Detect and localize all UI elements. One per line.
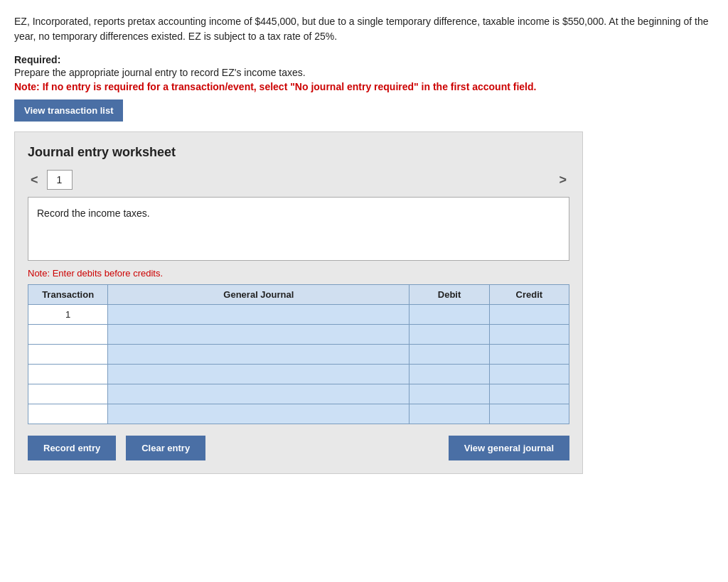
transaction-cell: 1 (28, 305, 108, 325)
required-instruction: Prepare the appropriate journal entry to… (14, 67, 714, 78)
description-box: Record the income taxes. (28, 197, 569, 261)
general-journal-cell[interactable] (108, 404, 410, 424)
page-number: 1 (47, 170, 73, 190)
buttons-row: Record entry Clear entry View general jo… (28, 436, 569, 460)
credit-cell[interactable] (489, 384, 569, 404)
general-journal-input[interactable] (108, 384, 409, 404)
transaction-cell (28, 345, 108, 365)
view-general-journal-button[interactable]: View general journal (449, 436, 569, 460)
table-row: 1 (28, 305, 569, 325)
debit-input[interactable] (410, 305, 488, 324)
note-debits: Note: Enter debits before credits. (28, 268, 569, 279)
general-journal-input[interactable] (108, 345, 409, 364)
general-journal-input[interactable] (108, 365, 409, 384)
credit-input[interactable] (490, 325, 569, 344)
debit-cell[interactable] (410, 384, 489, 404)
intro-text: EZ, Incorporated, reports pretax account… (14, 14, 714, 44)
general-journal-input[interactable] (108, 325, 409, 344)
general-journal-cell[interactable] (108, 345, 410, 365)
table-row (28, 325, 569, 345)
worksheet-container: Journal entry worksheet < 1 > Record the… (14, 131, 583, 474)
credit-cell[interactable] (489, 305, 569, 325)
debit-input[interactable] (410, 365, 488, 384)
transaction-cell (28, 404, 108, 424)
credit-cell[interactable] (489, 345, 569, 365)
clear-entry-button[interactable]: Clear entry (126, 436, 205, 460)
debit-cell[interactable] (410, 365, 489, 384)
worksheet-title: Journal entry worksheet (28, 145, 569, 160)
credit-input[interactable] (490, 365, 569, 384)
col-header-transaction: Transaction (28, 285, 108, 305)
table-row (28, 345, 569, 365)
debit-input[interactable] (410, 325, 488, 344)
pagination-row: < 1 > (28, 170, 569, 190)
table-row (28, 384, 569, 404)
transaction-cell (28, 365, 108, 384)
credit-cell[interactable] (489, 365, 569, 384)
required-label: Required: (14, 54, 714, 65)
credit-cell[interactable] (489, 404, 569, 424)
credit-input[interactable] (490, 345, 569, 364)
col-header-credit: Credit (489, 285, 569, 305)
general-journal-input[interactable] (108, 305, 409, 324)
transaction-cell (28, 325, 108, 345)
next-page-button[interactable]: > (556, 173, 569, 188)
general-journal-cell[interactable] (108, 305, 410, 325)
col-header-debit: Debit (410, 285, 489, 305)
general-journal-input[interactable] (108, 404, 409, 424)
debit-input[interactable] (410, 345, 488, 364)
debit-cell[interactable] (410, 404, 489, 424)
required-note: Note: If no entry is required for a tran… (14, 81, 714, 92)
table-row (28, 365, 569, 384)
journal-table: Transaction General Journal Debit Credit… (28, 284, 569, 424)
transaction-cell (28, 384, 108, 404)
credit-input[interactable] (490, 305, 569, 324)
debit-cell[interactable] (410, 305, 489, 325)
debit-input[interactable] (410, 384, 488, 404)
col-header-gj: General Journal (108, 285, 410, 305)
general-journal-cell[interactable] (108, 384, 410, 404)
record-entry-button[interactable]: Record entry (28, 436, 116, 460)
credit-input[interactable] (490, 404, 569, 424)
credit-cell[interactable] (489, 325, 569, 345)
table-row (28, 404, 569, 424)
credit-input[interactable] (490, 384, 569, 404)
prev-page-button[interactable]: < (28, 173, 41, 188)
debit-cell[interactable] (410, 345, 489, 365)
view-transaction-button[interactable]: View transaction list (14, 99, 123, 122)
debit-input[interactable] (410, 404, 488, 424)
general-journal-cell[interactable] (108, 325, 410, 345)
debit-cell[interactable] (410, 325, 489, 345)
general-journal-cell[interactable] (108, 365, 410, 384)
